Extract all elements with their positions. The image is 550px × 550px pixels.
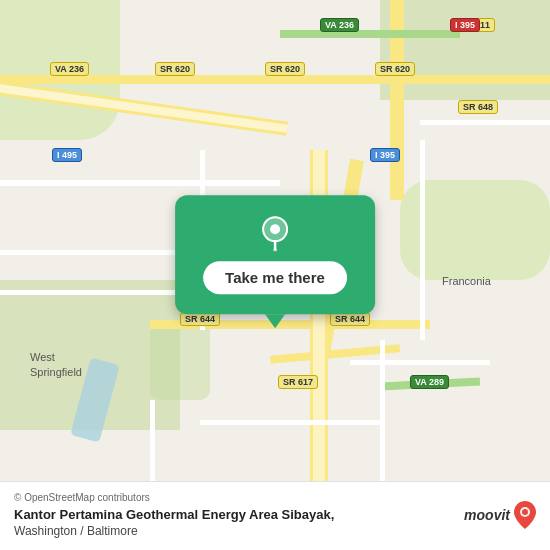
- take-me-there-button[interactable]: Take me there: [203, 261, 347, 294]
- map-container: VA 236 SR 620 SR 620 SR 620 VA 236 SR 61…: [0, 0, 550, 550]
- label-sr620-2: SR 620: [155, 62, 195, 76]
- label-sr648: SR 648: [458, 100, 498, 114]
- label-sr620-3: SR 620: [265, 62, 305, 76]
- label-franconia: Franconia: [442, 275, 491, 287]
- svg-point-1: [270, 224, 280, 234]
- info-left: © OpenStreetMap contributors Kantor Pert…: [14, 492, 334, 538]
- park-area-2: [380, 0, 550, 100]
- local-road-1: [0, 180, 280, 186]
- moovit-pin-icon: [514, 501, 536, 529]
- svg-point-2: [273, 248, 277, 251]
- place-subtitle: Washington / Baltimore: [14, 524, 334, 538]
- road-sr620: [0, 75, 550, 84]
- label-sr620-4: SR 620: [375, 62, 415, 76]
- moovit-logo: moovit: [464, 501, 536, 529]
- label-va289: VA 289: [410, 375, 449, 389]
- svg-point-4: [522, 509, 528, 515]
- local-road-9: [350, 360, 490, 365]
- road-va236: [280, 30, 460, 38]
- local-road-10: [200, 420, 380, 425]
- label-i395-top: I 395: [450, 18, 480, 32]
- label-sr620-1: VA 236: [50, 62, 89, 76]
- label-west-springfield: WestSpringfield: [30, 350, 82, 381]
- location-pin-icon: [256, 213, 294, 251]
- green-card: Take me there: [175, 195, 375, 314]
- place-title: Kantor Pertamina Geothermal Energy Area …: [14, 507, 334, 524]
- park-area-5: [150, 320, 210, 400]
- label-sr617: SR 617: [278, 375, 318, 389]
- moovit-text: moovit: [464, 507, 510, 523]
- take-me-there-overlay: Take me there: [175, 195, 375, 328]
- local-road-4: [420, 120, 550, 125]
- local-road-5: [420, 140, 425, 340]
- label-i395: I 395: [370, 148, 400, 162]
- info-bar: © OpenStreetMap contributors Kantor Pert…: [0, 481, 550, 550]
- label-va236: VA 236: [320, 18, 359, 32]
- label-i495: I 495: [52, 148, 82, 162]
- copyright-text: © OpenStreetMap contributors: [14, 492, 334, 503]
- card-pointer: [265, 314, 285, 328]
